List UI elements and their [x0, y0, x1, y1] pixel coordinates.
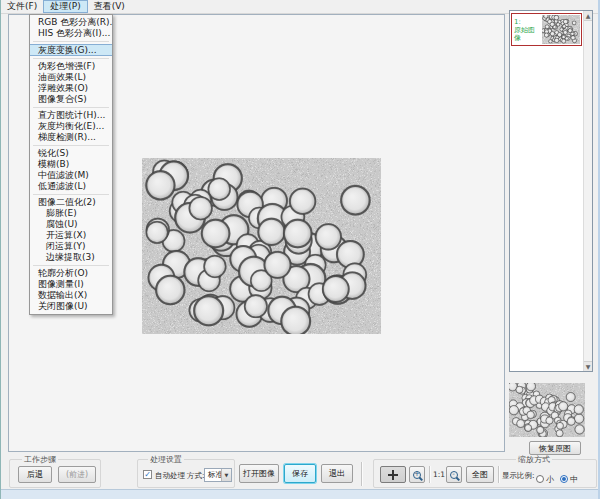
menu-item[interactable]: 梯度检测(R)... — [30, 132, 112, 143]
menu-item[interactable]: 浮雕效果(O) — [30, 83, 112, 94]
menu-item[interactable]: 数据输出(X) — [30, 290, 112, 301]
ratio-option-label: 小 — [546, 474, 554, 485]
menu-item[interactable]: 闭运算(Y) — [30, 241, 112, 252]
menu-item[interactable]: 油画效果(L) — [30, 72, 112, 83]
zoom-in-icon — [413, 471, 421, 479]
radio-icon — [560, 475, 568, 483]
process-mode-label: 方式: — [187, 471, 205, 481]
menu-item[interactable]: 模糊(B) — [30, 159, 112, 170]
menu-item[interactable]: 直方图统计(H)... — [30, 110, 112, 121]
micrograph-image — [142, 158, 381, 334]
zoom-separator — [429, 466, 431, 483]
restore-original-button[interactable]: 恢复原图 — [529, 441, 581, 455]
one-to-one-label: 1:1 — [433, 470, 445, 479]
menu-item[interactable]: 低通滤波(L) — [30, 181, 112, 192]
process-menu: RGB 色彩分离(R)...HIS 色彩分离(I)...灰度变换(G)...伪彩… — [29, 14, 113, 315]
menu-item[interactable]: 锐化(S) — [30, 148, 112, 159]
menu-item[interactable]: 开运算(X) — [30, 230, 112, 241]
menu-item[interactable]: 轮廓分析(O) — [30, 268, 112, 279]
menu-item[interactable]: 关闭图像(U) — [30, 301, 112, 312]
menu-item[interactable]: 图像复合(S) — [30, 94, 112, 105]
save-button[interactable]: 保存 — [284, 464, 316, 483]
scroll-up-icon[interactable]: ▲ — [584, 11, 592, 21]
menu-item[interactable]: HIS 色彩分离(I)... — [30, 28, 112, 39]
ratio-option-label: 中 — [570, 474, 578, 485]
status-band — [1, 489, 598, 499]
zoom-in-button[interactable] — [409, 466, 425, 483]
history-list[interactable]: 1:原始图像 ▲ ▼ — [509, 10, 593, 372]
radio-icon — [536, 475, 544, 483]
zoom-separator-2 — [498, 466, 500, 483]
menu-item[interactable]: 灰度均衡化(E)... — [30, 121, 112, 132]
menu-item[interactable]: 膨胀(E) — [30, 208, 112, 219]
auto-process-checkbox[interactable]: ✓ — [143, 470, 152, 479]
menu-separator — [33, 194, 109, 195]
zoom-group: 缩放方式 1:1 全图 显示比例: 小中大 — [373, 459, 597, 488]
menu-separator — [33, 41, 109, 42]
ratio-option[interactable]: 小 — [536, 474, 554, 485]
process-group-title: 处理设置 — [148, 455, 184, 464]
menu-view[interactable]: 查看(V) — [88, 0, 131, 13]
menu-separator — [33, 58, 109, 59]
process-mode-select[interactable]: 标准 ▼ — [204, 468, 232, 482]
menu-item[interactable]: RGB 色彩分离(R)... — [30, 17, 112, 28]
exit-button[interactable]: 退出 — [321, 464, 353, 483]
history-thumbnail — [542, 15, 580, 44]
menu-item[interactable]: 图像二值化(2) — [30, 197, 112, 208]
menu-separator — [33, 265, 109, 266]
menu-item[interactable]: 腐蚀(U) — [30, 219, 112, 230]
menu-item[interactable]: 图像测量(I) — [30, 279, 112, 290]
pan-button[interactable] — [380, 466, 406, 483]
back-button[interactable]: 后退 — [18, 466, 52, 483]
auto-process-label: 自动处理 — [155, 471, 185, 481]
zoom-out-icon — [450, 471, 458, 479]
navigator-thumbnail[interactable] — [509, 383, 585, 437]
pan-icon — [388, 470, 398, 480]
chevron-down-icon: ▼ — [221, 469, 231, 481]
app-window: 文件(F)处理(P)查看(V) RGB 色彩分离(R)...HIS 色彩分离(I… — [0, 0, 600, 499]
history-item[interactable]: 1:原始图像 — [511, 13, 582, 46]
menu-item[interactable]: 灰度变换(G)... — [30, 44, 112, 56]
menu-item[interactable]: 中值滤波(M) — [30, 170, 112, 181]
history-item-label: 1:原始图像 — [512, 18, 540, 42]
menu-separator — [33, 107, 109, 108]
step-group: 工作步骤 后退 (前进) — [9, 459, 101, 488]
menu-process[interactable]: 处理(P) — [43, 0, 87, 13]
menu-file[interactable]: 文件(F) — [1, 0, 43, 13]
open-image-button[interactable]: 打开图像 — [239, 464, 279, 483]
history-scrollbar[interactable]: ▲ ▼ — [583, 11, 592, 371]
step-group-title: 工作步骤 — [22, 455, 58, 464]
menu-item[interactable]: 边缘提取(3) — [30, 252, 112, 263]
zoom-out-button[interactable] — [446, 466, 462, 483]
scroll-down-icon[interactable]: ▼ — [584, 361, 592, 371]
toolbar-separator — [361, 462, 363, 486]
menu-separator — [33, 145, 109, 146]
ratio-label: 显示比例: — [502, 471, 535, 481]
zoom-group-title: 缩放方式 — [516, 455, 552, 464]
process-settings-group: 处理设置 ✓ 自动处理 方式: 标准 ▼ — [137, 459, 235, 488]
forward-button[interactable]: (前进) — [58, 466, 96, 483]
ratio-option[interactable]: 中 — [560, 474, 578, 485]
menu-item[interactable]: 伪彩色增强(F) — [30, 61, 112, 72]
full-view-button[interactable]: 全图 — [466, 466, 494, 483]
